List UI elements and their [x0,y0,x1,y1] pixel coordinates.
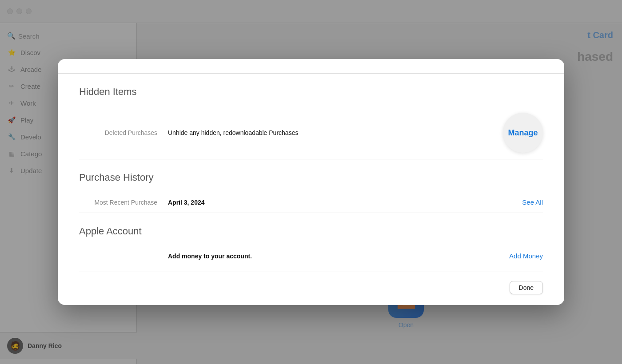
purchase-history-title: Purchase History [79,172,543,183]
hidden-items-section: Hidden Items Deleted Purchases Unhide an… [58,74,564,159]
deleted-purchases-row: Deleted Purchases Unhide any hidden, red… [79,107,543,159]
add-money-row: Add money to your account. Add Money [79,246,543,266]
add-money-container: Add Money [509,252,543,260]
deleted-purchases-label: Deleted Purchases [79,129,168,136]
add-money-value: Add money to your account. [168,253,509,260]
modal-overlay: Hidden Items Deleted Purchases Unhide an… [0,0,622,364]
add-money-button[interactable]: Add Money [509,252,543,260]
apple-account-title: Apple Account [79,226,543,237]
most-recent-purchase-row: Most Recent Purchase April 3, 2024 See A… [79,192,543,213]
manage-button[interactable]: Manage [503,113,543,153]
purchase-history-section: Purchase History Most Recent Purchase Ap… [58,159,564,213]
see-all-container: See All [522,198,543,206]
most-recent-value: April 3, 2024 [168,199,522,206]
see-all-button[interactable]: See All [522,198,543,206]
modal-footer: Done [58,272,564,305]
deleted-purchases-value: Unhide any hidden, redownloadable Purcha… [168,129,503,136]
hidden-items-title: Hidden Items [79,86,543,98]
manage-button-container: Manage [503,113,543,153]
modal-dialog: Hidden Items Deleted Purchases Unhide an… [58,59,564,305]
most-recent-label: Most Recent Purchase [79,199,168,206]
apple-account-section: Apple Account Add money to your account.… [58,213,564,266]
done-button[interactable]: Done [510,281,543,294]
